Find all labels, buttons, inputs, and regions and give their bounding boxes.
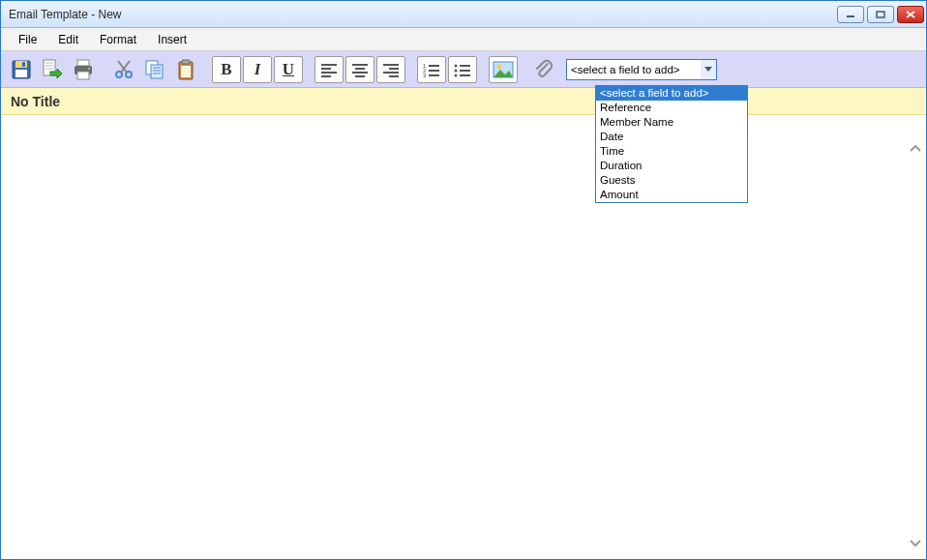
svg-point-50 xyxy=(455,74,458,76)
svg-rect-6 xyxy=(15,70,27,77)
menu-insert[interactable]: Insert xyxy=(148,30,196,49)
window-frame: Email Template - New File Edit Format In… xyxy=(0,0,927,560)
bold-icon: B xyxy=(221,60,231,79)
chevron-down-icon xyxy=(910,537,921,548)
chevron-down-icon xyxy=(704,67,712,73)
svg-text:3: 3 xyxy=(423,73,427,77)
dropdown-option-amount[interactable]: Amount xyxy=(596,188,747,202)
save-icon xyxy=(10,58,33,81)
menu-edit[interactable]: Edit xyxy=(48,30,88,49)
align-left-icon xyxy=(319,62,339,77)
svg-point-46 xyxy=(455,64,458,67)
close-button[interactable] xyxy=(897,6,924,23)
underline-icon: U xyxy=(283,60,294,79)
paste-button[interactable] xyxy=(171,55,200,84)
svg-rect-26 xyxy=(182,60,190,64)
numbered-list-button[interactable]: 1 2 3 xyxy=(417,56,446,83)
dropdown-option-reference[interactable]: Reference xyxy=(596,101,747,115)
paperclip-icon xyxy=(532,58,555,81)
dropdown-option-time[interactable]: Time xyxy=(596,144,747,159)
window-controls xyxy=(837,6,924,23)
insert-image-button[interactable] xyxy=(489,56,518,83)
subject-text: No Title xyxy=(11,94,60,109)
dropdown-option-placeholder[interactable]: <select a field to add> xyxy=(596,86,747,101)
attach-button[interactable] xyxy=(529,55,558,84)
copy-icon xyxy=(143,58,166,81)
copy-button[interactable] xyxy=(140,55,169,84)
svg-point-48 xyxy=(455,69,458,72)
save-button[interactable] xyxy=(7,55,36,84)
bold-button[interactable]: B xyxy=(212,56,241,83)
svg-point-15 xyxy=(88,67,90,69)
print-button[interactable] xyxy=(69,55,98,84)
align-left-button[interactable] xyxy=(314,56,344,83)
align-right-button[interactable] xyxy=(376,56,405,83)
svg-rect-7 xyxy=(22,62,25,67)
menu-format[interactable]: Format xyxy=(90,30,146,49)
svg-rect-5 xyxy=(15,61,27,68)
clipboard-icon xyxy=(174,58,197,81)
dropdown-option-duration[interactable]: Duration xyxy=(596,159,747,173)
scroll-up-indicator xyxy=(909,142,922,158)
chevron-up-icon xyxy=(910,143,921,155)
svg-rect-27 xyxy=(181,66,191,77)
dropdown-option-member-name[interactable]: Member Name xyxy=(596,115,747,130)
field-select-text: <select a field to add> xyxy=(571,64,680,75)
cut-button[interactable] xyxy=(109,55,138,84)
maximize-icon xyxy=(876,11,885,18)
minimize-button[interactable] xyxy=(837,6,864,23)
image-icon xyxy=(493,61,514,78)
align-right-icon xyxy=(381,62,401,77)
align-center-button[interactable] xyxy=(345,56,374,83)
numbered-list-icon: 1 2 3 xyxy=(422,62,441,77)
svg-rect-21 xyxy=(151,65,163,78)
svg-rect-14 xyxy=(77,72,89,79)
print-icon xyxy=(72,58,95,81)
subject-bar[interactable]: No Title xyxy=(1,88,926,115)
minimize-icon xyxy=(846,11,855,18)
italic-button[interactable]: I xyxy=(243,56,272,83)
italic-icon: I xyxy=(254,60,261,79)
dropdown-option-date[interactable]: Date xyxy=(596,130,747,144)
svg-rect-0 xyxy=(847,15,854,17)
svg-rect-12 xyxy=(77,60,89,66)
toolbar: B I U xyxy=(1,51,926,88)
underline-button[interactable]: U xyxy=(274,56,303,83)
bullet-list-icon xyxy=(453,62,472,77)
editor-area[interactable] xyxy=(1,115,926,559)
field-select-combo[interactable]: <select a field to add> xyxy=(566,59,717,80)
scroll-down-indicator xyxy=(909,536,922,551)
export-icon xyxy=(41,58,64,81)
svg-rect-1 xyxy=(877,12,884,17)
menubar: File Edit Format Insert xyxy=(1,28,926,51)
titlebar: Email Template - New xyxy=(1,1,926,28)
combo-arrow xyxy=(701,60,716,79)
svg-point-53 xyxy=(497,64,502,69)
window-title: Email Template - New xyxy=(9,8,837,21)
field-select-dropdown: <select a field to add> Reference Member… xyxy=(595,85,748,203)
bullet-list-button[interactable] xyxy=(448,56,477,83)
export-button[interactable] xyxy=(38,55,67,84)
menu-file[interactable]: File xyxy=(9,30,46,49)
scissors-icon xyxy=(112,58,135,81)
maximize-button[interactable] xyxy=(867,6,894,23)
align-center-icon xyxy=(350,62,370,77)
dropdown-option-guests[interactable]: Guests xyxy=(596,173,747,188)
close-icon xyxy=(906,11,915,18)
